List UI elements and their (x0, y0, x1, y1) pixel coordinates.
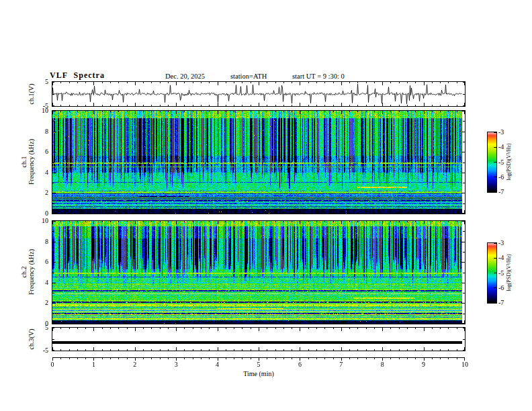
x-tick-label: 5 (252, 361, 265, 369)
y-tick-label: 4 (35, 169, 48, 177)
ch1-waveform-ylabel: ch.1(V) (28, 84, 35, 105)
ch1-spectrogram-panel (52, 110, 466, 214)
header-station: station=ATH (230, 73, 267, 80)
colorbar-tick-label: -4 (498, 143, 511, 151)
colorbar-tick-label: -7 (498, 188, 511, 196)
y-tick-label: -5 (35, 347, 48, 355)
x-tick-label: 3 (169, 361, 183, 369)
y-tick-label: 2 (35, 299, 48, 307)
colorbar-tick-label: -7 (498, 299, 511, 307)
ch3-waveform-canvas (52, 328, 465, 351)
y-tick-label: 5 (35, 78, 48, 86)
colorbar-tick-label: -5 (498, 158, 511, 167)
header-start-ut: start UT = 9 :30: 0 (292, 73, 345, 80)
colorbar-1 (487, 132, 497, 193)
x-tick-label: 10 (458, 361, 472, 369)
ch3-waveform-ylabel: ch.3(V) (28, 329, 35, 350)
ch1-waveform-canvas (52, 82, 465, 106)
ch1-spectrogram-ylabel: ch.1 Frequency (kHz) (20, 139, 35, 185)
header-date: Dec. 20, 2025 (165, 73, 205, 80)
x-tick-label: 0 (46, 361, 59, 369)
colorbar-tick-label: -6 (498, 173, 511, 181)
x-tick-label: 8 (375, 361, 389, 369)
x-tick-label: 2 (128, 361, 142, 369)
colorbar-2-gradient (488, 243, 496, 303)
x-tick-label: 4 (211, 361, 224, 369)
colorbar-1-gradient (488, 132, 496, 192)
ch2-spectrogram-ylabel: ch.2 Frequency (kHz) (20, 249, 35, 295)
plot-title: VLF Spectra (50, 71, 105, 81)
x-axis-title: Time (min) (225, 370, 292, 377)
y-tick-label: 10 (35, 217, 48, 225)
y-tick-label: 2 (35, 189, 48, 197)
vlf-spectra-figure: VLF Spectra Dec. 20, 2025 station=ATH st… (0, 0, 532, 411)
y-tick-label: 6 (35, 148, 48, 156)
y-tick-label: 8 (35, 238, 48, 246)
y-tick-label: -5 (35, 102, 48, 110)
y-tick-label: 5 (35, 324, 48, 332)
x-tick-label: 6 (293, 361, 306, 369)
x-tick-label: 7 (335, 361, 348, 369)
colorbar-tick-label: -3 (498, 128, 511, 136)
colorbar-tick-label: -4 (498, 254, 511, 262)
y-tick-label: 6 (35, 258, 48, 266)
ch2-spectrogram-panel (52, 220, 466, 324)
x-tick-label: 9 (417, 361, 431, 369)
colorbar-tick-label: -5 (498, 269, 511, 277)
y-tick-label: 4 (35, 279, 48, 287)
ch3-waveform-panel (52, 327, 466, 351)
colorbar-tick-label: -6 (498, 284, 511, 292)
colorbar-2 (487, 242, 497, 304)
x-tick-label: 1 (87, 361, 100, 369)
ch1-spectrogram-canvas (52, 111, 465, 214)
ch2-spectrogram-canvas (52, 221, 465, 324)
ch1-waveform-panel (52, 81, 466, 107)
colorbar-tick-label: -3 (498, 239, 511, 247)
y-tick-label: 8 (35, 128, 48, 136)
